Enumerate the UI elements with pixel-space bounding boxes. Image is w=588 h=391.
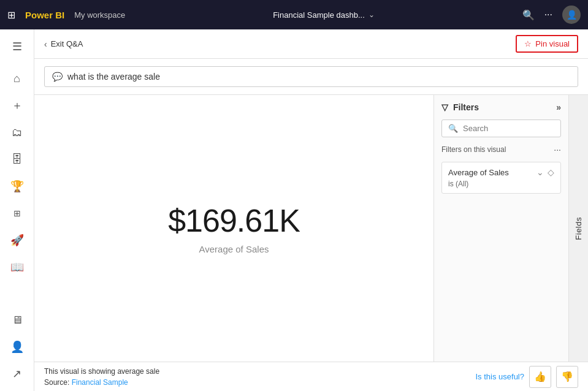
- left-sidebar: ☰ ⌂ ＋ 🗂 🗄 🏆 ⊞ 🚀 📖 🖥 👤: [0, 29, 34, 391]
- thumbs-down-button[interactable]: 👎: [556, 366, 578, 388]
- status-text: This visual is showing average sale Sour…: [44, 366, 159, 388]
- topbar-center: Financial Sample dashb... ⌄: [132, 10, 514, 20]
- sidebar-item-browse[interactable]: 🗂: [5, 120, 29, 145]
- visual-area: $169.61K Average of Sales: [34, 95, 433, 362]
- filter-card-actions: ⌄ ◇: [536, 167, 554, 177]
- filters-search-icon: 🔍: [448, 124, 458, 133]
- visual-value: $169.61K: [168, 202, 300, 239]
- fields-panel: Fields: [568, 95, 588, 362]
- filters-search-input[interactable]: [463, 124, 566, 133]
- filters-more-icon[interactable]: ···: [554, 145, 561, 154]
- sidebar-item-profile[interactable]: 👤: [5, 335, 29, 359]
- hamburger-icon: ☰: [12, 40, 22, 53]
- sidebar-item-home[interactable]: ⌂: [5, 66, 29, 91]
- filter-icon: ▽: [441, 102, 448, 112]
- topbar-actions: 🔍 ··· 👤: [522, 6, 581, 24]
- filters-header-left: ▽ Filters: [441, 102, 479, 112]
- qa-input-wrapper: 💬: [44, 66, 578, 87]
- thumbs-down-icon: 👎: [561, 371, 573, 382]
- sidebar-item-external[interactable]: ↗: [5, 362, 29, 386]
- create-icon: ＋: [12, 98, 23, 113]
- home-icon: ⌂: [13, 72, 20, 85]
- sidebar-item-monitor[interactable]: 🖥: [5, 308, 29, 332]
- qa-bar: 💬: [34, 59, 588, 95]
- filters-search-box: 🔍: [441, 120, 561, 137]
- filter-card-title: Average of Sales: [448, 168, 509, 177]
- pin-icon: ☆: [524, 39, 532, 48]
- qa-bubble-icon: 💬: [52, 72, 63, 82]
- filter-chevron-icon[interactable]: ⌄: [536, 167, 544, 177]
- sidebar-item-apps[interactable]: ⊞: [5, 201, 29, 226]
- external-link-icon: ↗: [12, 367, 21, 381]
- grid-icon[interactable]: ⊞: [7, 9, 15, 21]
- sidebar-item-goals[interactable]: 🏆: [5, 174, 29, 199]
- avatar-icon: 👤: [567, 10, 577, 20]
- apps-icon: ⊞: [13, 208, 21, 218]
- metrics-icon: 📖: [10, 260, 24, 274]
- useful-label: Is this useful?: [476, 372, 525, 381]
- filters-panel: ▽ Filters » 🔍 Filters on this visual ···…: [433, 95, 568, 362]
- filter-card-average-sales: Average of Sales ⌄ ◇ is (All): [441, 162, 561, 194]
- status-line1: This visual is showing average sale: [44, 366, 159, 377]
- filters-collapse-icon[interactable]: »: [556, 102, 561, 112]
- monitor-icon: 🖥: [12, 314, 23, 327]
- filters-on-visual-header: Filters on this visual ···: [441, 145, 561, 154]
- back-icon: ‹: [44, 39, 47, 49]
- visual-filters-row: $169.61K Average of Sales ▽ Filters » 🔍: [34, 95, 588, 362]
- visual-label: Average of Sales: [199, 244, 269, 254]
- sidebar-item-create[interactable]: ＋: [5, 93, 29, 118]
- source-link[interactable]: Financial Sample: [72, 378, 128, 387]
- fields-tab[interactable]: Fields: [574, 212, 583, 245]
- powerbi-logo: Power BI: [25, 10, 64, 20]
- sidebar-item-metrics[interactable]: 📖: [5, 255, 29, 279]
- topbar: ⊞ Power BI My workspace Financial Sample…: [0, 0, 588, 29]
- filters-title: Filters: [453, 102, 479, 112]
- exit-qa-button[interactable]: ‹ Exit Q&A: [44, 39, 83, 49]
- topbar-search-icon[interactable]: 🔍: [522, 9, 535, 21]
- qa-input[interactable]: [67, 72, 570, 82]
- thumbs-up-button[interactable]: 👍: [529, 366, 551, 388]
- useful-section: Is this useful? 👍 👎: [476, 366, 579, 388]
- profile-icon: 👤: [10, 340, 24, 354]
- content-area: ‹ Exit Q&A ☆ Pin visual 💬 $169.61K Avera…: [34, 29, 588, 391]
- status-bar: This visual is showing average sale Sour…: [34, 362, 588, 391]
- header-bar: ‹ Exit Q&A ☆ Pin visual: [34, 29, 588, 59]
- status-line2: Source: Financial Sample: [44, 377, 159, 388]
- exit-qa-label: Exit Q&A: [51, 39, 83, 48]
- user-avatar[interactable]: 👤: [562, 6, 581, 24]
- dashboard-title: Financial Sample dashb...: [273, 10, 365, 20]
- browse-icon: 🗂: [12, 126, 23, 139]
- filters-on-visual-label: Filters on this visual: [441, 145, 506, 154]
- learn-icon: 🚀: [10, 233, 24, 247]
- title-chevron-icon[interactable]: ⌄: [368, 10, 375, 19]
- filters-header: ▽ Filters »: [441, 102, 561, 112]
- filter-card-header: Average of Sales ⌄ ◇: [448, 167, 554, 177]
- pin-visual-label: Pin visual: [535, 39, 570, 48]
- hamburger-menu-button[interactable]: ☰: [5, 34, 29, 59]
- filter-card-value: is (All): [448, 180, 554, 188]
- thumbs-up-icon: 👍: [534, 371, 546, 382]
- sidebar-item-data[interactable]: 🗄: [5, 147, 29, 172]
- main-layout: ☰ ⌂ ＋ 🗂 🗄 🏆 ⊞ 🚀 📖 🖥 👤: [0, 29, 588, 391]
- goals-icon: 🏆: [10, 180, 24, 193]
- sidebar-item-learn[interactable]: 🚀: [5, 228, 29, 252]
- data-icon: 🗄: [12, 153, 23, 166]
- workspace-label[interactable]: My workspace: [74, 10, 125, 20]
- topbar-more-icon[interactable]: ···: [544, 9, 552, 20]
- pin-visual-button[interactable]: ☆ Pin visual: [516, 35, 578, 53]
- filter-clear-icon[interactable]: ◇: [548, 167, 554, 177]
